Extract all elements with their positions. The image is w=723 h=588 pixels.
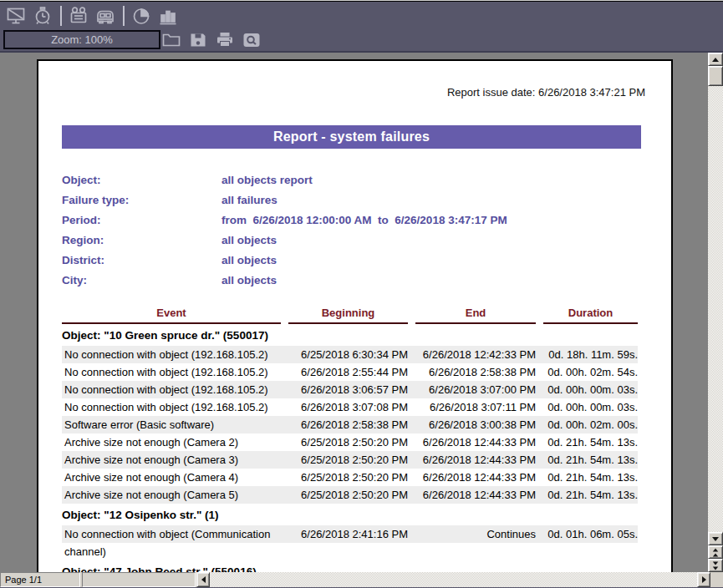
print-icon[interactable] [214,30,236,50]
cell-end: 6/26/2018 3:00:38 PM [415,416,536,433]
double-down-arrow-icon [713,561,718,565]
report-field: Period:from 6/26/2018 12:00:00 AM to 6/2… [62,210,671,230]
cell-beginning: 6/26/2018 3:06:57 PM [288,381,408,398]
page-indicator: Page 1/1 [0,572,80,587]
field-label: Object: [62,174,221,186]
next-page-button[interactable] [708,559,723,572]
cell-duration: 0d. 01h. 06m. 05s. [543,525,638,560]
section-header: Object: "10 Green spruce dr." (550017) [62,329,638,342]
field-value: all objects [221,274,671,286]
report-field: District:all objects [62,250,671,270]
bar-chart-icon[interactable] [157,6,179,26]
cell-event: No connection with object (192.168.105.2… [62,381,281,398]
report-viewer-window: Zoom: 100% [0,0,723,588]
field-label: Period: [62,214,221,226]
cell-event: Software error (Basic software) [62,416,281,433]
toolbar: Zoom: 100% [0,2,723,51]
table-row: No connection with object (Communication… [62,525,638,560]
table-row: No connection with object (192.168.105.2… [62,381,638,398]
cell-duration: 0d. 00h. 02m. 54s. [543,363,638,381]
table-header-row: Event Beginning End Duration [62,307,638,324]
vertical-scroll-track[interactable] [708,86,723,532]
table-row: Archive size not enough (Camera 3)6/25/2… [62,451,638,469]
cell-beginning: 6/26/2018 3:07:08 PM [288,398,408,416]
save-icon[interactable] [187,30,209,50]
cell-end: 6/26/2018 12:44:33 PM [415,433,536,451]
alarm-clock-icon[interactable] [32,6,53,26]
preview-search-icon[interactable] [241,30,262,50]
report-title-banner: Report - system failures [62,125,641,149]
cell-end: 6/26/2018 2:58:38 PM [415,363,536,381]
table-row: No connection with object (192.168.105.2… [62,346,638,363]
cell-beginning: 6/25/2018 6:30:34 PM [288,346,408,363]
pie-chart-icon[interactable] [130,6,152,26]
status-spacer-cell [82,572,196,587]
cell-event: No connection with object (192.168.105.2… [62,363,281,381]
report-field: City:all objects [62,270,671,290]
status-bar: Page 1/1 [0,572,723,587]
previous-page-button[interactable] [708,545,723,559]
double-up-arrow-icon [713,548,718,551]
table-row: Archive size not enough (Camera 4)6/25/2… [62,469,638,486]
report-issue-date: Report issue date: 6/26/2018 3:47:21 PM [38,86,671,99]
cell-beginning: 6/25/2018 2:50:20 PM [288,469,408,486]
cell-event: No connection with object (192.168.105.2… [62,398,281,416]
report-field: Region:all objects [62,230,671,250]
down-arrow-icon [712,537,719,541]
cell-duration: 0d. 00h. 00m. 03s. [543,398,638,416]
horizontal-scroll-track[interactable] [210,572,697,587]
cell-duration: 0d. 00h. 00m. 03s. [543,381,638,398]
cell-event: No connection with object (192.168.105.2… [62,346,281,363]
cell-beginning: 6/26/2018 2:41:16 PM [288,525,408,560]
section-header: Object: "12 Osipenko str." (1) [62,509,638,522]
scroll-left-button[interactable] [196,572,210,587]
field-value: all failures [221,194,671,206]
cell-event: Archive size not enough (Camera 5) [62,486,281,504]
cell-end: 6/26/2018 12:42:33 PM [415,346,536,363]
scrollbar-corner [710,572,723,587]
open-folder-icon[interactable] [160,30,182,50]
cell-beginning: 6/25/2018 2:50:20 PM [288,451,408,469]
field-value: all objects [221,234,671,246]
cell-end: Continues [415,525,536,560]
report-field: Failure type:all failures [62,190,671,210]
report-preview: Report issue date: 6/26/2018 3:47:21 PM … [0,53,708,572]
cell-duration: 0d. 21h. 54m. 13s. [543,451,638,469]
report-page: Report issue date: 6/26/2018 3:47:21 PM … [37,59,673,572]
cell-event: No connection with object (Communication… [62,525,281,560]
field-label: Failure type: [62,194,221,206]
cell-beginning: 6/25/2018 2:50:20 PM [288,486,408,504]
table-row: No connection with object (192.168.105.2… [62,398,638,416]
cell-event: Archive size not enough (Camera 2) [62,433,281,451]
car-icon[interactable] [94,6,116,26]
column-header-duration: Duration [543,307,638,324]
field-label: Region: [62,234,221,246]
column-header-end: End [415,307,536,324]
zoom-indicator[interactable]: Zoom: 100% [3,30,160,49]
cell-duration: 0d. 21h. 54m. 13s. [543,469,638,486]
table-row: Archive size not enough (Camera 2)6/25/2… [62,433,638,451]
field-label: District: [62,254,221,266]
cell-duration: 0d. 00h. 02m. 00s. [543,416,638,433]
cell-event: Archive size not enough (Camera 4) [62,469,281,486]
cell-end: 6/26/2018 12:44:33 PM [415,451,536,469]
left-arrow-icon [201,576,206,583]
scroll-down-button[interactable] [708,532,723,545]
scroll-up-button[interactable] [708,53,723,66]
table-row: No connection with object (192.168.105.2… [62,363,638,381]
cell-end: 6/26/2018 3:07:00 PM [415,381,536,398]
cell-end: 6/26/2018 3:07:11 PM [415,398,536,416]
horizontal-scrollbar[interactable] [196,572,710,587]
scroll-right-button[interactable] [697,572,710,587]
monitor-off-icon[interactable] [5,6,27,26]
table-row: Archive size not enough (Camera 5)6/25/2… [62,486,638,504]
film-recorder-icon[interactable] [68,6,89,26]
cell-event: Archive size not enough (Camera 3) [62,451,281,469]
report-field: Object:all objects report [62,170,671,190]
preview-area: Report issue date: 6/26/2018 3:47:21 PM … [0,51,723,572]
vertical-scrollbar[interactable] [708,53,723,572]
section-header: Object: "47 John Reed str." (550016) [62,565,638,572]
vertical-scroll-thumb[interactable] [708,66,723,86]
field-value: all objects [221,254,671,266]
column-header-beginning: Beginning [288,307,408,324]
